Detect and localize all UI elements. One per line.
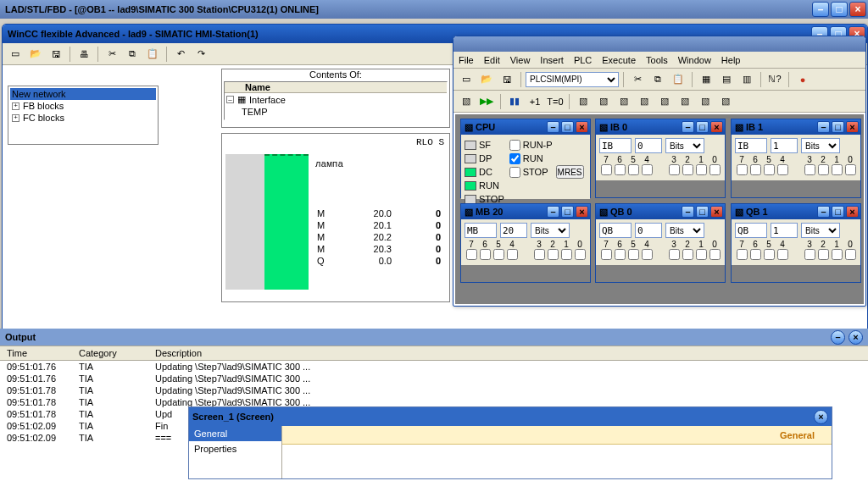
lad-green-region[interactable] <box>264 154 309 290</box>
p1-icon[interactable]: ▧ <box>574 92 593 111</box>
panel-ib0[interactable]: ▧ IB 0 –□× Bits 7654 3210 <box>595 119 726 198</box>
temp-row[interactable]: TEMP <box>225 106 447 118</box>
mode-stop[interactable]: STOP MRES <box>509 165 584 179</box>
menu-view[interactable]: View <box>510 55 531 65</box>
open-icon[interactable]: 📂 <box>477 70 496 89</box>
contents-of: Contents Of: Name –▦ Interface TEMP <box>221 69 450 128</box>
cpu-panel-icon[interactable]: ▧ <box>457 92 476 111</box>
lad-editor[interactable]: RLO S лампа M20.00 M20.10 M20.20 M20.30 … <box>221 133 450 302</box>
p4-icon[interactable]: ▧ <box>635 92 654 111</box>
addr-type[interactable] <box>599 138 632 153</box>
led-sf <box>465 141 476 150</box>
nav-general[interactable]: General <box>189 426 281 441</box>
p2-icon[interactable]: ▧ <box>594 92 613 111</box>
pause-icon[interactable]: ▮▮ <box>505 92 524 111</box>
cut-icon[interactable]: ✂ <box>628 70 647 89</box>
operand-table: M20.00 M20.10 M20.20 M20.30 Q0.00 <box>315 207 442 268</box>
connection-combo[interactable]: PLCSIM(MPI) <box>526 72 619 87</box>
menu-insert[interactable]: Insert <box>540 55 564 65</box>
copy-icon[interactable]: ⧉ <box>123 45 142 64</box>
network-tree[interactable]: New network + FB blocks + FC blocks <box>8 86 159 145</box>
p7-icon[interactable]: ▧ <box>696 92 715 111</box>
tree-fc-blocks[interactable]: + FC blocks <box>10 112 156 124</box>
iface-row[interactable]: –▦ Interface <box>225 93 447 106</box>
format-sel[interactable]: Bits <box>665 138 704 153</box>
nav-properties[interactable]: Properties <box>189 441 281 456</box>
ladstl-max[interactable]: □ <box>831 2 848 17</box>
led-stop <box>465 195 476 204</box>
ladstl-min[interactable]: – <box>812 2 829 17</box>
plcsim-menubar[interactable]: File Edit View Insert PLC Execute Tools … <box>453 52 865 69</box>
tree-new-network[interactable]: New network <box>10 88 156 100</box>
general-tab: General <box>282 426 832 445</box>
mres-button[interactable]: MRES <box>556 165 584 179</box>
close-icon[interactable]: × <box>710 121 723 133</box>
cpu-modes: RUN-P RUN STOP MRES <box>509 138 584 196</box>
cut-icon[interactable]: ✂ <box>103 45 121 64</box>
expand-icon[interactable]: + <box>12 114 19 122</box>
ladstl-close[interactable]: × <box>849 2 866 17</box>
panel-ib1[interactable]: ▧ IB 1 –□× Bits 7654 3210 <box>731 119 861 198</box>
panel-mb20[interactable]: ▧ MB 20 –□× Bits 7654 3210 <box>460 203 591 283</box>
open-icon[interactable]: 📂 <box>26 45 45 64</box>
cpu-panel[interactable]: ▧ CPU – □ × SF DP DC RUN STOP RUN-P RUN … <box>460 119 591 198</box>
arrange-icon[interactable]: ▥ <box>737 70 756 89</box>
menu-edit[interactable]: Edit <box>484 55 500 65</box>
copy-icon[interactable]: ⧉ <box>648 70 667 89</box>
menu-plc[interactable]: PLC <box>574 55 592 65</box>
tile-icon[interactable]: ▦ <box>697 70 715 89</box>
max-icon[interactable]: □ <box>696 121 709 133</box>
menu-execute[interactable]: Execute <box>602 55 636 65</box>
block-comment: лампа <box>315 159 343 169</box>
record-icon[interactable]: ● <box>793 70 812 89</box>
expand-icon[interactable]: + <box>12 102 19 110</box>
output-header[interactable]: Output – × <box>0 329 868 346</box>
plus1-icon[interactable]: +1 <box>526 92 544 111</box>
paste-icon[interactable]: 📋 <box>669 70 687 89</box>
panel-qb1[interactable]: ▧ QB 1 –□× Bits 7654 3210 <box>731 203 861 283</box>
ladstl-titlebar: LAD/STL/FBD - [@OB1 -- lad9\SIMATIC 300 … <box>0 0 868 19</box>
print-icon[interactable]: 🖶 <box>75 45 93 64</box>
new-icon[interactable]: ▭ <box>6 45 25 64</box>
bits-table: 7654 3210 <box>599 155 721 177</box>
menu-window[interactable]: Window <box>678 55 711 65</box>
output-min-icon[interactable]: – <box>831 330 845 345</box>
led-dp <box>465 154 476 163</box>
mode-run[interactable]: RUN <box>509 152 584 165</box>
menu-file[interactable]: File <box>459 55 474 65</box>
save-icon[interactable]: 🖫 <box>498 70 516 89</box>
max-icon[interactable]: □ <box>561 121 574 133</box>
save-icon[interactable]: 🖫 <box>47 45 65 64</box>
undo-icon[interactable]: ↶ <box>171 45 190 64</box>
redo-icon[interactable]: ↷ <box>192 45 210 64</box>
led-dc <box>465 168 476 177</box>
run-icon[interactable]: ▶▶ <box>477 92 496 111</box>
rlo-header: RLO S <box>416 137 444 147</box>
contents-header: Contents Of: <box>222 69 449 80</box>
p6-icon[interactable]: ▧ <box>676 92 694 111</box>
table-row: 09:51:01.78TIAUpdating \Step7\lad9\SIMAT… <box>0 384 868 396</box>
cascade-icon[interactable]: ▤ <box>717 70 736 89</box>
p3-icon[interactable]: ▧ <box>615 92 633 111</box>
min-icon[interactable]: – <box>547 121 559 133</box>
mode-runp[interactable]: RUN-P <box>509 138 584 152</box>
plcsim-titlebar[interactable] <box>453 36 865 52</box>
screen-popup[interactable]: Screen_1 (Screen) × General Properties G… <box>188 406 832 479</box>
menu-help[interactable]: Help <box>721 55 741 65</box>
min-icon[interactable]: – <box>682 121 694 133</box>
addr-num[interactable] <box>635 138 662 153</box>
t0-icon[interactable]: T=0 <box>546 92 565 111</box>
new-icon[interactable]: ▭ <box>457 70 476 89</box>
close-icon[interactable]: × <box>576 121 588 133</box>
p5-icon[interactable]: ▧ <box>655 92 674 111</box>
paste-icon[interactable]: 📋 <box>143 45 162 64</box>
help-icon[interactable]: ℕ? <box>765 70 784 89</box>
screen-nav[interactable]: General Properties <box>189 426 282 479</box>
panel-qb0[interactable]: ▧ QB 0 –□× Bits 7654 3210 <box>595 203 726 283</box>
menu-tools[interactable]: Tools <box>646 55 668 65</box>
p8-icon[interactable]: ▧ <box>716 92 735 111</box>
tree-fb-blocks[interactable]: + FB blocks <box>10 100 156 112</box>
iface-icon: ▦ <box>237 94 246 105</box>
output-close-icon[interactable]: × <box>849 330 863 345</box>
screen-close-icon[interactable]: × <box>814 410 828 424</box>
